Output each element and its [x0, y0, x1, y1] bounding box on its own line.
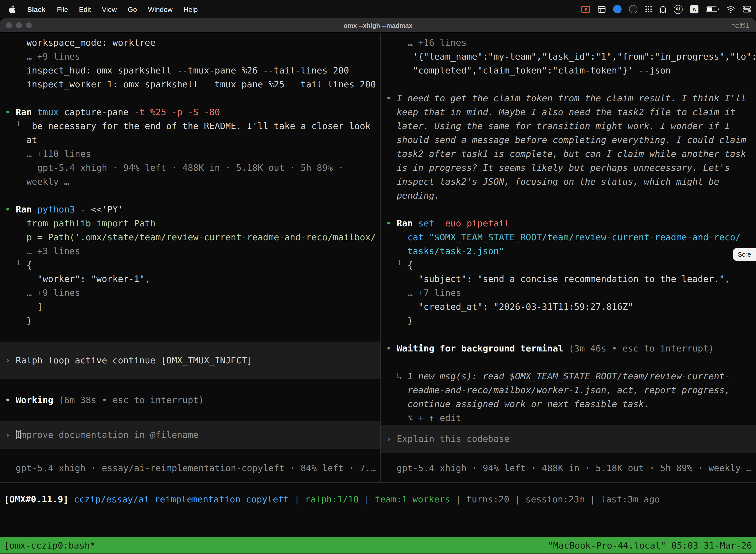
text-segment: [386, 232, 407, 242]
dark-app-icon[interactable]: [629, 5, 637, 13]
battery-gauge-icon[interactable]: 61: [674, 5, 683, 14]
terminal-line: "completed","claim_token":"claim-token"}…: [386, 63, 756, 77]
menu-bar-left: Slack File Edit View Go Window Help: [8, 5, 203, 13]
window-grid-icon[interactable]: [598, 6, 606, 13]
omx-status-line: [OMX#0.11.9] cczip/essay/ai-reimplementa…: [0, 483, 756, 537]
text-segment: -t %25 -p -S -80: [134, 107, 220, 117]
text-segment: ›: [5, 355, 16, 365]
terminal-line: [386, 77, 756, 91]
terminal-line: … +110 lines: [5, 147, 380, 161]
terminal-line: gpt-5.4 xhigh · essay/ai-reimplementatio…: [5, 461, 380, 475]
text-segment: should send a message before completing …: [386, 134, 746, 145]
terminal-line: tasks/task-2.json": [386, 244, 756, 258]
control-center-icon[interactable]: [743, 5, 751, 13]
terminal-line: • Working (6m 38s • esc to interrupt): [5, 393, 380, 407]
apple-menu-icon[interactable]: [8, 5, 21, 13]
text-segment: |: [509, 494, 525, 504]
text-segment: |: [585, 494, 601, 504]
terminal-line: • Waiting for background terminal (3m 46…: [386, 341, 756, 355]
text-segment: team:1 workers: [375, 494, 450, 504]
input-source-icon[interactable]: A: [690, 5, 698, 13]
text-segment: continue assigned work or next feasible …: [386, 399, 649, 409]
text-segment: tasks/task-2.json": [386, 246, 504, 256]
menu-item-file[interactable]: File: [51, 5, 73, 13]
terminal-line: inspect task2's JSON, focusing on the st…: [386, 175, 756, 189]
terminal-line: • Ran python3 - <<'PY': [5, 203, 380, 216]
text-segment: … +7 lines: [386, 287, 461, 298]
terminal-line: from pathlib import Path: [5, 216, 380, 230]
terminal-line: … +7 lines: [386, 286, 756, 300]
terminal-line: [386, 328, 756, 341]
terminal-line: [5, 407, 380, 421]
text-segment: tmux: [37, 107, 64, 117]
terminal-line: workspace_mode: worktree: [5, 36, 380, 50]
zoom-button[interactable]: [26, 22, 32, 28]
menu-item-edit[interactable]: Edit: [73, 5, 96, 13]
text-segment: "$OMX_TEAM_STATE_ROOT/team/review-curren…: [429, 232, 741, 242]
blue-app-icon[interactable]: [613, 5, 622, 13]
close-button[interactable]: [6, 22, 12, 28]
battery-fill: [707, 7, 712, 11]
text-segment: turns:20: [466, 494, 509, 504]
text-segment: •: [5, 395, 16, 405]
menu-item-help[interactable]: Help: [178, 5, 203, 13]
terminal-line: keep that in mind. Maybe I also need the…: [386, 105, 756, 119]
menu-item-go[interactable]: Go: [122, 5, 142, 13]
terminal-line: should send a message before completing …: [386, 133, 756, 147]
text-segment: inspect task2's JSON, focusing on the st…: [386, 176, 719, 187]
window-title-bar[interactable]: omx --xhigh --madmax ⌥⌘1: [0, 18, 756, 33]
terminal-line: gpt-5.4 xhigh · 94% left · 488K in · 5.1…: [5, 161, 380, 175]
terminal-line: … +16 lines: [386, 36, 756, 50]
menu-app-name[interactable]: Slack: [21, 5, 51, 13]
text-segment: }: [5, 315, 32, 326]
terminal-line: ⌥ + ↑ edit: [386, 411, 756, 425]
text-segment: is in progress? It seems likely but perh…: [386, 162, 730, 173]
text-segment: set: [418, 218, 440, 228]
terminal-line: inspect_worker-1: omx sparkshell --tmux-…: [5, 77, 380, 91]
terminal-line: "worker": "worker-1",: [5, 272, 380, 286]
terminal-line: ↳ 1 new msg(s): read $OMX_TEAM_STATE_ROO…: [386, 369, 756, 383]
terminal-line: "subject": "send a concise recommendatio…: [386, 272, 756, 286]
text-segment: session:23m: [525, 494, 584, 504]
tmux-session-label: [omx-cczip0:bash*: [4, 540, 95, 550]
battery-icon[interactable]: [706, 6, 719, 12]
minimize-button[interactable]: [16, 22, 22, 28]
text-segment: Ralph loop active continue [OMX_TMUX_INJ…: [16, 355, 252, 365]
text-segment: '{"team_name":"my-team","task_id":"1","f…: [386, 51, 756, 62]
terminal-window: omx --xhigh --madmax ⌥⌘1 workspace_mode:…: [0, 18, 756, 554]
terminal-line: "created_at": "2026-03-31T11:59:27.816Z": [386, 300, 756, 314]
text-segment: |: [450, 494, 466, 504]
menu-bar-status-icons: 61 A: [581, 5, 751, 14]
terminal-line: is in progress? It seems likely but perh…: [386, 161, 756, 175]
ghost-icon[interactable]: [660, 5, 666, 13]
menu-item-view[interactable]: View: [97, 5, 122, 13]
text-segment: {: [26, 260, 32, 270]
text-segment: inspect_worker-1: omx sparkshell --tmux-…: [5, 79, 376, 89]
text-segment: cat: [407, 232, 429, 242]
terminal-line: › Explain this codebase: [386, 432, 756, 446]
text-segment: (6m 38s • esc to interrupt): [59, 395, 204, 405]
terminal-line: › Ralph loop active continue [OMX_TMUX_I…: [5, 353, 380, 367]
window-title: omx --xhigh --madmax: [0, 21, 756, 29]
tmux-host-clock: "MacBook-Pro-44.local" 05:03 31-Mar-26: [548, 540, 752, 550]
text-segment: ›: [5, 429, 16, 440]
text-segment: last:3m ago: [601, 494, 660, 504]
text-segment: 1 new msg(s): read $OMX_TEAM_STATE_ROOT/…: [407, 371, 730, 381]
screen-recording-icon[interactable]: [581, 6, 590, 13]
dots-grid-icon[interactable]: [645, 5, 652, 13]
terminal-line: [5, 328, 380, 341]
text-segment: "created_at": "2026-03-31T11:59:27.816Z": [386, 301, 633, 312]
terminal-pane-right[interactable]: … +16 lines '{"team_name":"my-team","tas…: [381, 33, 756, 482]
terminal-body: workspace_mode: worktree … +9 lines insp…: [0, 33, 756, 554]
terminal-line: └ be necessary for the end of the README…: [5, 119, 380, 133]
wifi-icon[interactable]: [726, 6, 735, 13]
text-segment: "subject": "send a concise recommendatio…: [386, 274, 730, 284]
text-segment: … +3 lines: [5, 246, 80, 256]
text-segment: from pathlib import Path: [5, 218, 155, 228]
terminal-line: [386, 203, 756, 216]
text-segment: •: [386, 93, 397, 103]
text-segment: ⌥ + ↑ edit: [386, 412, 461, 423]
menu-item-window[interactable]: Window: [142, 5, 178, 13]
terminal-pane-left[interactable]: workspace_mode: worktree … +9 lines insp…: [0, 33, 381, 482]
terminal-line: └ {: [5, 258, 380, 272]
